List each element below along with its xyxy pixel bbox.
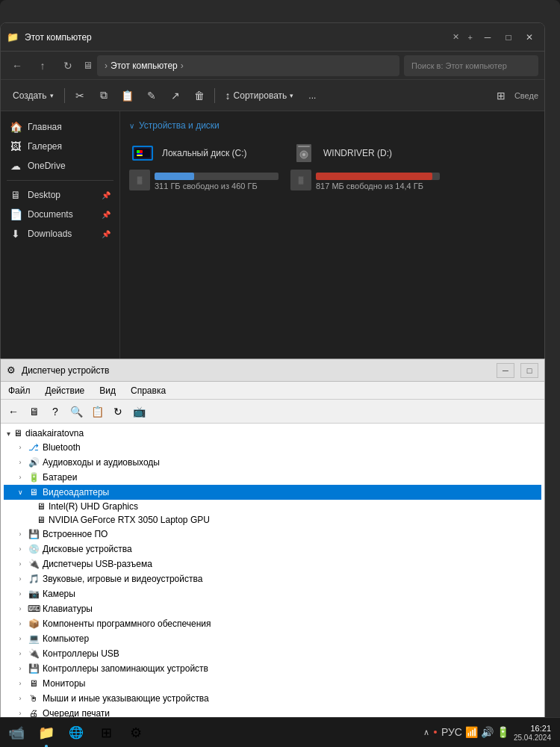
bluetooth-icon: ⎇ (28, 441, 40, 453)
drive-c-icon (129, 140, 156, 167)
expand-icon-monitors: › (16, 679, 25, 688)
maximize-button[interactable]: □ (500, 28, 517, 46)
sidebar-item-desktop[interactable]: 🖥 Desktop 📌 (1, 185, 119, 205)
taskbar-app-explorer[interactable]: 📁 (33, 719, 60, 746)
dm-device-nvidia-gpu[interactable]: 🖥 NVIDIA GeForce RTX 3050 Laptop GPU (4, 513, 541, 527)
dm-category-firmware[interactable]: › 💾 Встроенное ПО (4, 527, 541, 542)
intel-gpu-icon: 🖥 (37, 501, 46, 512)
drive-d-free: 817 МБ свободно из 14,4 ГБ (316, 182, 440, 190)
drive-c-bar (155, 173, 194, 180)
tray-expand-icon[interactable]: ∧ (423, 728, 429, 737)
dm-category-audio[interactable]: › 🔊 Аудиовходы и аудиовыходы (4, 455, 541, 470)
expand-icon-firmware: › (16, 530, 25, 539)
window-title: Этот компьютер (25, 32, 441, 43)
taskbar-app-windows[interactable]: ⊞ (93, 719, 119, 746)
volume-icon[interactable]: 🔊 (481, 726, 494, 738)
dm-menu-view[interactable]: Вид (92, 383, 123, 398)
onedrive-icon: ☁ (10, 160, 22, 172)
dm-props-btn[interactable]: 📋 (87, 402, 107, 421)
file-explorer-window: 📁 Этот компьютер ✕ + ─ □ ✕ ← ↑ ↻ 🖥 › Это… (0, 22, 545, 366)
dm-help-btn[interactable]: ? (46, 402, 65, 421)
search-input[interactable]: Поиск в: Этот компьютер (404, 55, 538, 76)
pin-icon: 📌 (102, 191, 111, 199)
dm-category-disk[interactable]: › 💿 Дисковые устройства (4, 542, 541, 557)
paste-icon[interactable]: 📋 (117, 85, 138, 106)
dm-category-bluetooth[interactable]: › ⎇ Bluetooth (4, 440, 541, 455)
devices-section-header[interactable]: Устройства и диски (129, 120, 535, 131)
dm-back-btn[interactable]: ← (4, 402, 23, 421)
wifi-icon[interactable]: 📶 (465, 726, 478, 738)
toolbar-separator (64, 88, 65, 103)
dm-monitor-btn[interactable]: 📺 (129, 402, 149, 421)
settings-gear-icon: ⚙ (130, 725, 142, 741)
expand-icon-disk: › (16, 545, 25, 554)
dm-category-mice[interactable]: › 🖱 Мыши и иные указывающие устройства (4, 691, 541, 706)
sidebar-item-documents[interactable]: 📄 Documents 📌 (1, 205, 119, 224)
dm-category-keyboards[interactable]: › ⌨ Клавиатуры (4, 601, 541, 616)
dm-minimize-button[interactable]: ─ (497, 363, 514, 378)
dm-root-node[interactable]: ▾ 🖥 diaakairatovna (4, 427, 541, 440)
dm-menu-file[interactable]: Файл (1, 383, 38, 398)
dm-menu-help[interactable]: Справка (123, 383, 173, 398)
view-toggle-icon[interactable]: ⊞ (491, 85, 511, 106)
dm-category-sound[interactable]: › 🎵 Звуковые, игровые и видеоустройства (4, 571, 541, 586)
dm-category-display[interactable]: ∨ 🖥 Видеоадаптеры (4, 485, 541, 500)
drive-c[interactable]: Локальный диск (C:) ▓ 311 ГБ свободно из… (129, 140, 279, 190)
dm-category-cameras[interactable]: › 📷 Камеры (4, 586, 541, 601)
sidebar-item-downloads[interactable]: ⬇ Downloads 📌 (1, 224, 119, 244)
expand-icon-cameras: › (16, 589, 25, 598)
dm-category-computer[interactable]: › 💻 Компьютер (4, 631, 541, 646)
battery-tray-icon[interactable]: 🔋 (497, 726, 509, 738)
dm-category-usb-ctrl[interactable]: › 🔌 Диспетчеры USB-разъема (4, 557, 541, 571)
sound-icon: 🎵 (28, 573, 40, 585)
zoom-icon: 📹 (8, 725, 25, 741)
expand-icon-audio: › (16, 458, 25, 467)
desktop-icon: 🖥 (10, 189, 22, 201)
dm-menu-action[interactable]: Действие (38, 383, 93, 398)
mice-icon: 🖱 (28, 692, 40, 704)
dm-category-software[interactable]: › 📦 Компоненты программного обеспечения (4, 616, 541, 631)
close-button[interactable]: ✕ (520, 28, 538, 46)
expand-icon-sound: › (16, 574, 25, 583)
drive-d-bar-container (316, 173, 440, 180)
dm-device-intel-gpu[interactable]: 🖥 Intel(R) UHD Graphics (4, 500, 541, 513)
minimize-button[interactable]: ─ (479, 28, 497, 46)
dm-category-usb[interactable]: › 🔌 Контроллеры USB (4, 646, 541, 661)
taskbar-clock[interactable]: 16:21 25.04.2024 (514, 723, 551, 742)
sort-button[interactable]: ↕ Сортировать ▾ (220, 84, 300, 107)
share-icon[interactable]: ↗ (165, 85, 186, 106)
dm-scan-btn[interactable]: 🔍 (66, 402, 86, 421)
drive-d[interactable]: WINDRIVER (D:) ▓ 817 МБ свободно из 14,4… (290, 140, 440, 190)
more-button[interactable]: ... (302, 84, 322, 107)
rename-icon[interactable]: ✎ (141, 85, 162, 106)
explorer-icon: 📁 (38, 725, 55, 741)
sidebar-item-home[interactable]: 🏠 Главная (1, 117, 119, 137)
up-button[interactable]: ↑ (32, 55, 53, 76)
create-button[interactable]: Создать ▾ (7, 84, 60, 107)
dm-maximize-button[interactable]: □ (520, 363, 538, 378)
delete-icon[interactable]: 🗑 (189, 85, 210, 106)
dm-computer-btn[interactable]: 🖥 (25, 402, 44, 421)
sidebar-item-onedrive[interactable]: ☁ OneDrive (1, 156, 119, 176)
address-bar: ← ↑ ↻ 🖥 › Этот компьютер › Поиск в: Этот… (1, 52, 544, 80)
taskbar-app-settings[interactable]: ⚙ (122, 719, 149, 746)
cut-icon[interactable]: ✂ (69, 85, 90, 106)
toolbar: Создать ▾ ✂ ⧉ 📋 ✎ ↗ 🗑 ↕ Сортировать ▾ ..… (1, 80, 544, 111)
dm-category-monitors[interactable]: › 🖥 Мониторы (4, 676, 541, 691)
taskbar-app-zoom[interactable]: 📹 (3, 719, 30, 746)
sidebar-item-gallery[interactable]: 🖼 Галерея (1, 137, 119, 156)
breadcrumb[interactable]: › Этот компьютер › (97, 55, 399, 76)
dm-category-battery[interactable]: › 🔋 Батареи (4, 470, 541, 485)
refresh-button[interactable]: ↻ (57, 55, 78, 76)
dm-update-btn[interactable]: ↻ (108, 402, 128, 421)
expand-icon-keyboards: › (16, 604, 25, 613)
time-display: 16:21 (514, 723, 551, 734)
back-button[interactable]: ← (7, 55, 28, 76)
expand-icon-battery: › (16, 473, 25, 482)
taskbar-app-edge[interactable]: 🌐 (63, 719, 90, 746)
dm-menu-bar: Файл Действие Вид Справка (1, 382, 544, 400)
sidebar: 🏠 Главная 🖼 Галерея ☁ OneDrive 🖥 Desktop… (1, 111, 120, 365)
lang-label[interactable]: РУС (441, 726, 462, 738)
dm-category-storage-ctrl[interactable]: › 💾 Контроллеры запоминающих устройств (4, 661, 541, 676)
copy-icon[interactable]: ⧉ (93, 85, 114, 106)
